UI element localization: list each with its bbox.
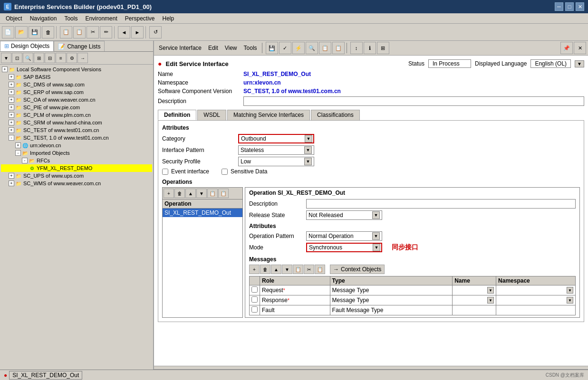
copy-button[interactable]: 📋	[60, 26, 72, 38]
move-button[interactable]: ✂	[87, 26, 99, 38]
op-add-btn[interactable]: +	[164, 189, 174, 198]
bottom-tab-si[interactable]: SI_XL_REST_DEMO_Out	[9, 371, 82, 380]
release-state-dropdown-btn[interactable]: ▼	[372, 211, 380, 219]
expand-icon[interactable]: +	[9, 74, 14, 80]
tree-item-sc-test[interactable]: + 📁 SC_TEST of www.test01.com.cn	[1, 126, 152, 134]
expand-icon[interactable]: +	[15, 142, 21, 148]
op-up-btn[interactable]: ▲	[185, 189, 196, 198]
expand-icon[interactable]: +	[9, 120, 14, 125]
expand-icon[interactable]: +	[9, 97, 14, 103]
category-dropdown-btn[interactable]: ▼	[305, 135, 312, 142]
rename-button[interactable]: ✏	[100, 26, 112, 38]
minimize-button[interactable]: ─	[555, 2, 563, 11]
right-pin-btn[interactable]: 📌	[560, 42, 573, 54]
msg-row-namespace-0[interactable]: ▼	[496, 285, 576, 295]
tab-design-objects[interactable]: ⊞ Design Objects	[0, 41, 54, 51]
search-left-button[interactable]: 🔍	[23, 53, 33, 63]
msg-delete-btn[interactable]: 🗑	[260, 265, 270, 274]
right-menu-service-interface[interactable]: Service Interface	[156, 44, 204, 52]
expand-icon[interactable]: +	[9, 127, 14, 133]
tree-option-button[interactable]: ⚙	[67, 53, 77, 63]
msg-cut-btn[interactable]: ✂	[304, 265, 314, 274]
collapse-icon[interactable]: -	[15, 150, 21, 156]
sort-button[interactable]: ≡	[56, 53, 66, 63]
table-row[interactable]: Request* Message Type ▼	[250, 285, 576, 295]
event-interface-checkbox[interactable]	[162, 169, 168, 175]
expand-icon[interactable]: +	[2, 66, 8, 72]
msg-namespace-dropdown-1[interactable]: ▼	[567, 297, 573, 304]
close-button[interactable]: ✕	[576, 2, 584, 11]
op-delete-btn[interactable]: 🗑	[174, 189, 185, 198]
msg-namespace-dropdown-0[interactable]: ▼	[567, 287, 573, 294]
msg-copy-btn[interactable]: 📋	[293, 265, 303, 274]
right-nav-btn[interactable]: ↕	[350, 42, 363, 54]
msg-paste-btn[interactable]: 📋	[315, 265, 325, 274]
context-objects-button[interactable]: → Context Objects	[330, 265, 385, 274]
expand-icon[interactable]: +	[9, 89, 14, 95]
msg-namespace-select-1[interactable]: ▼	[498, 297, 573, 304]
right-copy-btn[interactable]: 📋	[319, 42, 331, 54]
expand-icon[interactable]: +	[9, 180, 14, 186]
msg-row-namespace-1[interactable]: ▼	[496, 295, 576, 305]
expand-icon[interactable]: +	[9, 173, 14, 179]
tab-matching-service-interfaces[interactable]: Matching Service Interfaces	[227, 110, 310, 120]
right-info-btn[interactable]: ℹ	[364, 42, 376, 54]
op-paste-btn[interactable]: 📋	[218, 189, 229, 198]
msg-up-btn[interactable]: ▲	[271, 265, 281, 274]
mode-dropdown-btn[interactable]: ▼	[373, 244, 380, 251]
navigate-button[interactable]: →	[77, 53, 88, 63]
right-save-btn[interactable]: 💾	[266, 42, 278, 54]
maximize-button[interactable]: □	[565, 2, 574, 11]
tree-item-sc-plm[interactable]: + 📁 SC_PLM of www.plm.com.cn	[1, 111, 152, 119]
msg-name-select-0[interactable]: ▼	[454, 287, 494, 294]
expand-icon[interactable]: +	[9, 82, 14, 87]
category-select[interactable]: Outbound ▼	[238, 134, 314, 143]
menu-help[interactable]: Help	[158, 14, 178, 23]
tree-item-rfcs[interactable]: - 📂 RFCs	[1, 157, 152, 164]
tree-item-sc-erp[interactable]: + 📁 SC_ERP of www.sap.com	[1, 88, 152, 96]
right-close-btn[interactable]: ✕	[574, 42, 586, 54]
mode-select[interactable]: Synchronous ▼	[306, 243, 382, 252]
paste-button[interactable]: 📋	[73, 26, 86, 38]
sensitive-data-checkbox[interactable]	[222, 169, 228, 175]
right-check-btn[interactable]: ✓	[279, 42, 291, 54]
op-copy-btn[interactable]: 📋	[207, 189, 218, 198]
op-description-input[interactable]	[306, 199, 576, 209]
tree-item-yfm-xl-rest-demo[interactable]: ⚙ YFM_XL_REST_DEMO	[1, 164, 152, 172]
menu-perspective[interactable]: Perspective	[121, 14, 159, 23]
new-button[interactable]: 📄	[2, 26, 14, 38]
tree-item-sc-pie[interactable]: + 📁 SC_PIE of www.pie.com	[1, 104, 152, 111]
tab-wsdl[interactable]: WSDL	[197, 110, 226, 120]
language-dropdown-btn[interactable]: ▼	[575, 60, 584, 67]
menu-tools[interactable]: Tools	[60, 14, 81, 23]
msg-name-dropdown-1[interactable]: ▼	[487, 297, 494, 304]
interface-pattern-select[interactable]: Stateless ▼	[238, 145, 314, 155]
collapse-icon[interactable]: -	[9, 135, 14, 141]
right-menu-edit[interactable]: Edit	[205, 44, 221, 52]
tree-item-imported-objects[interactable]: - 📂 Imported Objects	[1, 149, 152, 157]
right-paste-btn[interactable]: 📋	[332, 42, 345, 54]
tree-item-sap-basis[interactable]: + 📁 SAP BASIS	[1, 73, 152, 81]
operation-pattern-dropdown-btn[interactable]: ▼	[372, 232, 380, 240]
tree-item-sc-wms[interactable]: + 📁 SC_WMS of www.weaver.com.cn	[1, 180, 152, 187]
msg-namespace-select-0[interactable]: ▼	[498, 287, 573, 294]
collapse-all-button[interactable]: ⊟	[45, 53, 55, 63]
description-input[interactable]	[243, 96, 584, 106]
right-activate-btn[interactable]: ⚡	[292, 42, 305, 54]
back-button[interactable]: ◄	[118, 26, 130, 38]
tree-item-sc-test-10[interactable]: - 📂 SC_TEST, 1.0 of www.test01.com.cn	[1, 134, 152, 142]
save-button[interactable]: 💾	[29, 26, 41, 38]
op-down-btn[interactable]: ▼	[196, 189, 207, 198]
msg-row-name-0[interactable]: ▼	[453, 285, 496, 295]
expand-icon[interactable]: +	[9, 104, 14, 110]
menu-environment[interactable]: Environment	[81, 14, 121, 23]
right-menu-view[interactable]: View	[222, 44, 240, 52]
menu-navigation[interactable]: Navigation	[26, 14, 61, 23]
msg-name-dropdown-0[interactable]: ▼	[487, 287, 494, 294]
refresh-button[interactable]: ↺	[149, 26, 162, 38]
tab-change-lists[interactable]: 📝 Change Lists	[54, 41, 105, 51]
msg-row-checkbox-2[interactable]	[250, 305, 260, 315]
tab-classifications[interactable]: Classifications	[311, 110, 360, 120]
release-state-select[interactable]: Not Released ▼	[306, 210, 382, 220]
filter2-button[interactable]: ⊡	[12, 53, 22, 63]
